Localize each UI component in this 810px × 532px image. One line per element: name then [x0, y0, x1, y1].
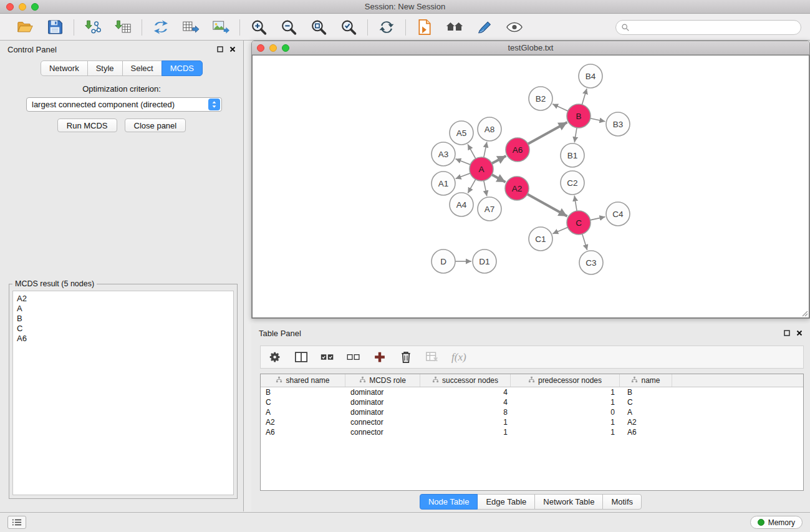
- column-header-mcds-role[interactable]: MCDS role: [345, 374, 420, 387]
- table-cell[interactable]: 0: [511, 408, 620, 417]
- search-input[interactable]: [633, 23, 796, 32]
- graph-node-B2[interactable]: B2: [529, 87, 552, 110]
- graph-node-A1[interactable]: A1: [432, 172, 455, 195]
- table-cell[interactable]: dominator: [345, 398, 420, 407]
- table-row[interactable]: Bdominator41B: [261, 387, 803, 397]
- graph-edge-A2-C[interactable]: [528, 194, 567, 216]
- graph-node-A8[interactable]: A8: [478, 117, 501, 141]
- column-header-name[interactable]: name: [620, 374, 672, 387]
- mcds-result-item[interactable]: B: [17, 314, 229, 324]
- table-cell[interactable]: 8: [420, 408, 511, 417]
- export-image-icon[interactable]: [211, 18, 231, 37]
- mcds-result-item[interactable]: A6: [17, 334, 229, 344]
- column-header-successor-nodes[interactable]: successor nodes: [420, 374, 511, 387]
- tab-network[interactable]: Network: [41, 60, 88, 76]
- graph-edge-A-A8[interactable]: [484, 142, 487, 158]
- network-window-titlebar[interactable]: testGlobe.txt: [252, 41, 809, 55]
- table-cell[interactable]: A: [620, 408, 672, 417]
- task-history-button[interactable]: [7, 516, 26, 529]
- graph-edge-A-A3[interactable]: [456, 159, 471, 165]
- table-cell[interactable]: A6: [261, 428, 345, 437]
- tab-node-table[interactable]: Node Table: [420, 494, 478, 510]
- graph-node-A5[interactable]: A5: [450, 121, 473, 145]
- zoom-network-window-icon[interactable]: [282, 44, 289, 52]
- tab-style[interactable]: Style: [87, 60, 123, 76]
- open-session-icon[interactable]: [415, 18, 435, 37]
- graph-edge-C-C4[interactable]: [591, 217, 605, 220]
- resize-grip-icon[interactable]: [800, 309, 808, 317]
- close-panel-icon[interactable]: [229, 46, 236, 52]
- table-cell[interactable]: 1: [511, 398, 620, 407]
- graph-node-A3[interactable]: A3: [432, 142, 455, 166]
- graph-node-B3[interactable]: B3: [606, 112, 630, 136]
- table-cell[interactable]: dominator: [345, 388, 420, 397]
- zoom-fit-icon[interactable]: [309, 18, 329, 37]
- minimize-network-window-icon[interactable]: [269, 44, 277, 52]
- graph-node-A7[interactable]: A7: [478, 197, 501, 221]
- graph-edge-B-B2[interactable]: [552, 104, 568, 111]
- network-graph[interactable]: B4B2BB3A5A8A6B1A3AC2A1A2A4A7C4CC1C3DD1: [253, 56, 809, 318]
- close-window-icon[interactable]: [6, 3, 14, 11]
- graph-edge-A-A6[interactable]: [492, 156, 506, 163]
- graph-node-C3[interactable]: C3: [579, 251, 603, 274]
- tab-motifs[interactable]: Motifs: [602, 494, 642, 510]
- minimize-window-icon[interactable]: [19, 3, 26, 11]
- table-row[interactable]: Cdominator41C: [261, 397, 803, 407]
- table-cell[interactable]: 1: [511, 418, 620, 427]
- table-cell[interactable]: C: [261, 398, 345, 407]
- table-cell[interactable]: 1: [511, 428, 620, 437]
- graph-node-C4[interactable]: C4: [606, 202, 630, 226]
- refresh-network-icon[interactable]: [377, 18, 397, 37]
- graph-edge-C-C2[interactable]: [574, 196, 577, 211]
- export-table-icon[interactable]: [181, 18, 201, 37]
- zoom-window-icon[interactable]: [31, 3, 39, 11]
- import-network-icon[interactable]: [83, 18, 103, 37]
- graph-edge-A-A2[interactable]: [492, 175, 506, 182]
- graph-edge-C-C3[interactable]: [582, 234, 587, 250]
- table-row[interactable]: A2connector11A2: [261, 417, 803, 427]
- table-cell[interactable]: A6: [620, 428, 672, 437]
- graph-edge-A-A4[interactable]: [468, 180, 475, 193]
- save-session-icon[interactable]: [45, 18, 65, 37]
- close-panel-button[interactable]: Close panel: [125, 118, 186, 132]
- graph-node-A[interactable]: A: [470, 157, 493, 181]
- criterion-select[interactable]: largest connected component (directed): [26, 97, 222, 112]
- table-cell[interactable]: A: [261, 408, 345, 417]
- graph-node-B[interactable]: B: [567, 104, 591, 128]
- graph-node-B1[interactable]: B1: [561, 143, 584, 167]
- graph-edge-A-A5[interactable]: [468, 144, 476, 158]
- table-cell[interactable]: A2: [620, 418, 672, 427]
- style-brush-icon[interactable]: [475, 18, 494, 37]
- graph-node-C1[interactable]: C1: [529, 227, 552, 251]
- table-cell[interactable]: 1: [511, 388, 620, 397]
- graph-node-B4[interactable]: B4: [579, 64, 602, 88]
- deselect-all-icon[interactable]: [347, 351, 360, 364]
- show-hide-icon[interactable]: [504, 18, 524, 37]
- graph-edge-A-A1[interactable]: [456, 173, 471, 179]
- graph-node-C[interactable]: C: [567, 211, 591, 235]
- tab-select[interactable]: Select: [122, 60, 162, 76]
- table-cell[interactable]: 4: [420, 388, 511, 397]
- close-table-panel-icon[interactable]: [796, 330, 803, 336]
- mcds-result-item[interactable]: C: [17, 324, 229, 334]
- graph-edge-B-B4[interactable]: [582, 89, 587, 105]
- mcds-result-item[interactable]: A2: [17, 294, 229, 304]
- table-cell[interactable]: connector: [345, 418, 420, 427]
- table-cell[interactable]: 1: [420, 418, 511, 427]
- table-cell[interactable]: B: [261, 388, 345, 397]
- graph-node-C2[interactable]: C2: [561, 171, 584, 195]
- float-panel-icon[interactable]: [217, 46, 223, 52]
- memory-button[interactable]: Memory: [750, 516, 803, 529]
- gear-icon[interactable]: [268, 351, 282, 364]
- close-network-window-icon[interactable]: [257, 44, 264, 52]
- add-row-icon[interactable]: [373, 351, 387, 364]
- graph-edge-A-A7[interactable]: [484, 181, 487, 196]
- column-header-predecessor-nodes[interactable]: predecessor nodes: [511, 374, 620, 387]
- graph-edge-B-B3[interactable]: [591, 118, 605, 122]
- search-box[interactable]: [615, 20, 801, 35]
- graph-node-A4[interactable]: A4: [450, 193, 473, 216]
- run-mcds-button[interactable]: Run MCDS: [57, 118, 117, 132]
- graph-node-D[interactable]: D: [432, 249, 455, 273]
- tab-edge-table[interactable]: Edge Table: [477, 494, 535, 510]
- graph-edge-B-B1[interactable]: [574, 128, 577, 143]
